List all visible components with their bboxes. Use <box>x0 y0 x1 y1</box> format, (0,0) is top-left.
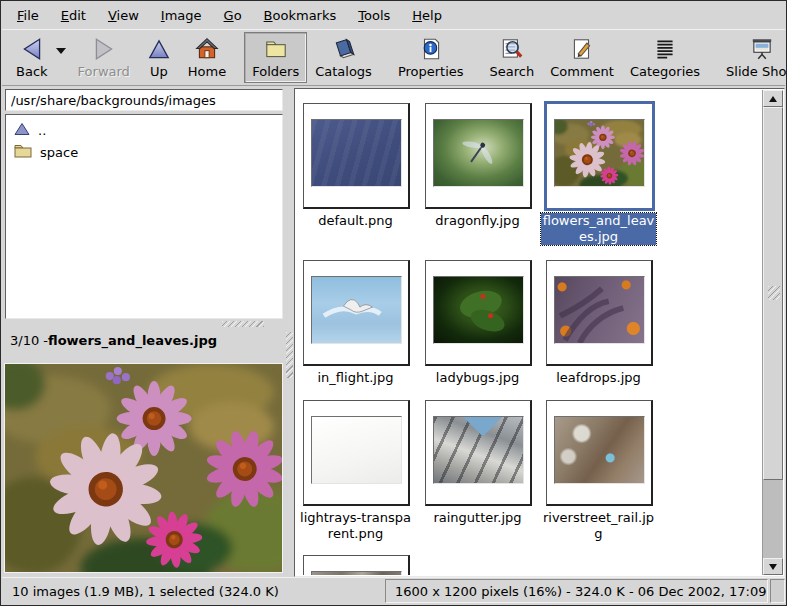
scrollbar-thumb[interactable] <box>763 107 783 480</box>
up-triangle-icon <box>14 122 38 139</box>
status-bar: 10 images (1.9 MB), 1 selected (324.0 K)… <box>2 577 785 604</box>
thumbnail-partial-row4[interactable] <box>303 555 410 575</box>
search-icon <box>499 36 525 62</box>
menu-help[interactable]: Help <box>401 3 453 28</box>
back-button[interactable]: Back <box>8 32 56 83</box>
folder-item-space[interactable]: space <box>8 141 280 163</box>
thumbnail-label: leafdrops.jpg <box>541 370 656 386</box>
statusbar-right-text: 1600 x 1200 pixels (16%) - 324.0 K - 06 … <box>395 584 767 599</box>
menu-edit[interactable]: Edit <box>50 3 97 28</box>
thumbnail-image <box>554 416 645 484</box>
thumbnail-image <box>554 276 645 344</box>
catalogs-label: Catalogs <box>315 64 372 79</box>
up-button[interactable]: Up <box>138 32 180 83</box>
thumbnail-label: riverstreet_rail.jpg <box>541 510 656 542</box>
book-icon <box>331 36 357 62</box>
vertical-pane-splitter[interactable] <box>285 87 294 577</box>
thumbnail-label: ladybugs.jpg <box>420 370 535 386</box>
menu-file[interactable]: File <box>6 3 50 28</box>
selection-filename: flowers_and_leaves.jpg <box>48 333 217 348</box>
thumbnail-image <box>554 119 645 187</box>
home-icon <box>194 36 220 62</box>
horizontal-pane-splitter[interactable] <box>2 320 285 328</box>
folder-icon <box>14 144 40 161</box>
thumbnail-image <box>433 276 524 344</box>
menu-image[interactable]: Image <box>150 3 213 28</box>
location-path-input[interactable] <box>5 89 283 111</box>
properties-label: Properties <box>398 64 464 79</box>
folder-item-label: .. <box>38 123 46 138</box>
menu-tools[interactable]: Tools <box>347 3 401 28</box>
folder-item-parent[interactable]: .. <box>8 119 280 141</box>
thumbnail-flowers-and-leaves[interactable]: flowers_and_leaves.jpg <box>546 103 653 245</box>
folder-item-label: space <box>40 145 78 160</box>
forward-button[interactable]: Forward <box>70 32 138 83</box>
statusbar-file-counts: 10 images (1.9 MB), 1 selected (324.0 K) <box>2 578 384 604</box>
back-label: Back <box>16 64 48 79</box>
image-preview-pane <box>4 363 283 573</box>
statusbar-empty-panel <box>770 579 785 603</box>
thumbnail-label: default.png <box>298 213 413 229</box>
search-button[interactable]: Search <box>482 32 543 83</box>
thumbnail-label: raingutter.jpg <box>420 510 535 526</box>
sidebar: .. space 3/10 - flowers_and_leaves.jpg <box>2 87 285 577</box>
info-page-icon <box>418 36 444 62</box>
thumbnail-grid: default.png dragonfly.jpg <box>296 90 762 575</box>
categories-button[interactable]: Categories <box>622 32 708 83</box>
flowers-preview-image <box>5 364 282 572</box>
up-icon <box>146 36 172 62</box>
thumbnail-image <box>433 416 524 484</box>
selection-status: 3/10 - flowers_and_leaves.jpg <box>2 328 285 352</box>
scroll-down-button[interactable] <box>763 558 783 575</box>
thumbnail-image <box>311 571 402 575</box>
thumbnail-raingutter[interactable]: raingutter.jpg <box>425 400 532 526</box>
folder-icon <box>263 36 289 62</box>
forward-label: Forward <box>78 64 130 79</box>
thumbnail-default[interactable]: default.png <box>303 103 410 229</box>
catalogs-button[interactable]: Catalogs <box>307 32 380 83</box>
thumbnail-label: flowers_and_leaves.jpg <box>541 213 656 245</box>
thumbnail-image <box>433 119 524 187</box>
properties-button[interactable]: Properties <box>390 32 472 83</box>
thumbnail-riverstreet-rail[interactable]: riverstreet_rail.jpg <box>546 400 653 542</box>
splitter-grip <box>222 321 264 327</box>
toolbar: Back Forward Up <box>2 29 785 86</box>
forward-icon <box>91 36 117 62</box>
thumbnail-lightrays-transparent[interactable]: lightrays-transparent.png <box>303 400 410 542</box>
scroll-up-button[interactable] <box>763 90 783 107</box>
thumbnail-image <box>311 119 402 187</box>
comment-button[interactable]: Comment <box>542 32 622 83</box>
folder-list: .. space <box>5 114 283 319</box>
folders-label: Folders <box>252 64 299 79</box>
thumbnail-in-flight[interactable]: in_flight.jpg <box>303 260 410 386</box>
search-label: Search <box>490 64 535 79</box>
thumbnail-label: dragonfly.jpg <box>420 213 535 229</box>
slideshow-icon <box>749 36 775 62</box>
categories-icon <box>652 36 678 62</box>
statusbar-left-text: 10 images (1.9 MB), 1 selected (324.0 K) <box>12 584 279 599</box>
comment-icon <box>569 36 595 62</box>
menu-bookmarks[interactable]: Bookmarks <box>253 3 348 28</box>
menu-bar: File Edit View Image Go Bookmarks Tools … <box>2 1 785 29</box>
folders-button[interactable]: Folders <box>244 32 307 83</box>
menu-view[interactable]: View <box>97 3 150 28</box>
thumbnail-image <box>311 276 402 344</box>
thumbnail-label: in_flight.jpg <box>298 370 413 386</box>
thumbnail-image <box>311 416 402 484</box>
thumbnail-ladybugs[interactable]: ladybugs.jpg <box>425 260 532 386</box>
thumbnail-label: lightrays-transparent.png <box>298 510 413 542</box>
slideshow-button[interactable]: Slide Show <box>718 32 787 83</box>
menu-go[interactable]: Go <box>213 3 253 28</box>
scrollbar-thumb-grip <box>768 286 780 300</box>
thumbnail-dragonfly[interactable]: dragonfly.jpg <box>425 103 532 229</box>
selection-position: 3/10 - <box>10 333 48 348</box>
comment-label: Comment <box>550 64 614 79</box>
thumbnail-browser: default.png dragonfly.jpg <box>294 88 785 577</box>
home-label: Home <box>188 64 226 79</box>
back-history-dropdown-icon[interactable] <box>56 48 66 54</box>
up-arrow-icon <box>769 96 777 102</box>
thumbnail-leafdrops[interactable]: leafdrops.jpg <box>546 260 653 386</box>
home-button[interactable]: Home <box>180 32 234 83</box>
main-area: .. space 3/10 - flowers_and_leaves.jpg <box>2 87 785 577</box>
vertical-scrollbar <box>762 90 783 575</box>
